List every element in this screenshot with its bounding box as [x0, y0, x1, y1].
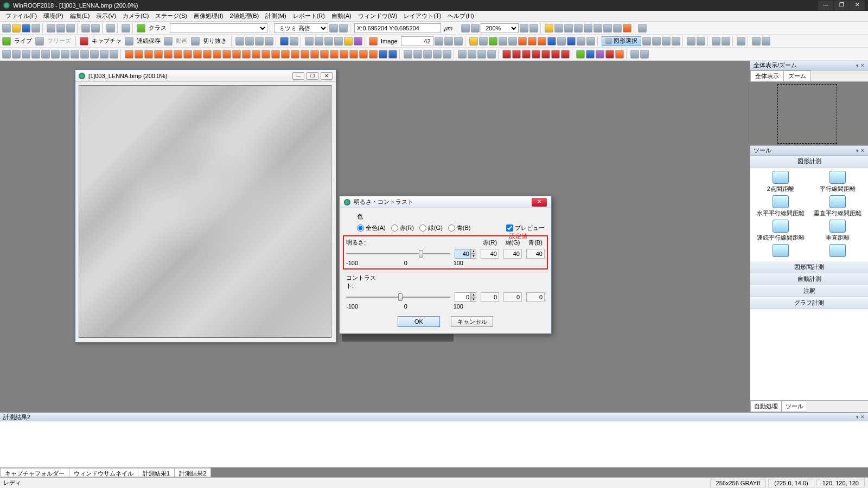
menu-help[interactable]: ヘルプ(H)	[444, 11, 477, 21]
tool-head-graph[interactable]: グラフ計測	[750, 297, 868, 309]
magnify-icon[interactable]	[554, 24, 563, 33]
live-icon[interactable]	[2, 37, 11, 46]
tool-icon[interactable]	[154, 50, 163, 59]
crop-label[interactable]: 切り抜き	[201, 37, 229, 45]
coord-field[interactable]	[354, 23, 441, 33]
tool-icon[interactable]	[584, 24, 592, 33]
dialog-caption[interactable]: 明るさ・コントラスト ✕	[340, 196, 551, 208]
tool-icon[interactable]	[652, 37, 661, 46]
tool-icon[interactable]	[640, 50, 649, 59]
contrast-value[interactable]: ▲▼	[455, 292, 476, 302]
tool-icon[interactable]	[642, 37, 651, 46]
freeze-label[interactable]: フリーズ	[45, 37, 73, 45]
capture-label[interactable]: キャプチャ	[90, 37, 124, 45]
crop-icon[interactable]	[191, 37, 200, 46]
tool-vparallel[interactable]: 垂直平行線間距離	[810, 195, 866, 217]
tool-icon[interactable]	[477, 50, 486, 59]
brightness-b[interactable]	[526, 249, 545, 259]
tool-icon[interactable]	[762, 37, 770, 46]
tool-icon[interactable]	[596, 50, 604, 59]
img-close-button[interactable]: ✕	[321, 72, 333, 80]
tool-icon[interactable]	[508, 37, 517, 46]
image-window-caption[interactable]: [1]003_LENNA.bmp (200.0%) — ❐ ✕	[75, 70, 336, 82]
hand-icon[interactable]	[545, 24, 553, 33]
tool-icon[interactable]	[330, 50, 339, 59]
tool-icon[interactable]	[183, 50, 192, 59]
tool-icon[interactable]	[737, 37, 745, 46]
contsave-icon[interactable]	[125, 37, 133, 46]
contsave-label[interactable]: 連続保存	[135, 37, 163, 45]
tool-icon[interactable]	[213, 50, 221, 59]
tool-head-annot[interactable]: 注釈	[750, 285, 868, 297]
tool-icon[interactable]	[222, 50, 231, 59]
tool-contparallel[interactable]: 連続平行線間距離	[752, 220, 809, 242]
tool-icon[interactable]	[586, 50, 595, 59]
tool-icon[interactable]	[232, 50, 241, 59]
image-number[interactable]	[401, 36, 433, 46]
tool-icon[interactable]	[354, 37, 362, 46]
tool-icon[interactable]	[454, 37, 463, 46]
tool-icon[interactable]	[51, 50, 60, 59]
tool-icon[interactable]	[31, 24, 40, 33]
contrast-b[interactable]	[526, 292, 545, 302]
tool-icon[interactable]	[61, 50, 69, 59]
tool-hparallel[interactable]: 水平平行線間距離	[752, 195, 809, 217]
bottab-auto[interactable]: 自動処理	[750, 401, 782, 412]
tool-icon[interactable]	[630, 50, 639, 59]
tool-icon[interactable]	[100, 50, 108, 59]
tool-icon[interactable]	[344, 37, 353, 46]
tool-icon[interactable]	[261, 50, 270, 59]
tool-icon[interactable]	[369, 50, 378, 59]
tool-icon[interactable]	[369, 37, 378, 46]
tool-icon[interactable]	[458, 50, 467, 59]
open-icon[interactable]	[12, 24, 21, 33]
btab-result2[interactable]: 計測結果2	[174, 468, 211, 477]
radio-all[interactable]: 全色(A)	[357, 224, 386, 232]
tool-icon[interactable]	[235, 37, 244, 46]
tool-head-shape[interactable]: 図形計測	[750, 156, 868, 168]
tool-icon[interactable]	[91, 24, 100, 33]
brightness-r[interactable]	[481, 249, 499, 259]
tool-icon[interactable]	[203, 50, 212, 59]
btab-thumb[interactable]: ウィンドウサムネイル	[69, 468, 138, 477]
pin-icon[interactable]: ▾ ✕	[856, 414, 865, 420]
tool-icon[interactable]	[469, 37, 478, 46]
mitsumi-select[interactable]: ミツミ 高倍	[274, 23, 328, 33]
tool-icon[interactable]	[71, 50, 79, 59]
tool-icon[interactable]	[349, 50, 358, 59]
menu-env[interactable]: 環境(P)	[40, 11, 67, 21]
zoom-icon[interactable]	[471, 24, 480, 33]
tool-icon[interactable]	[125, 50, 133, 59]
tool-icon[interactable]	[252, 50, 260, 59]
tool-icon[interactable]	[310, 50, 319, 59]
menu-measure[interactable]: 計測(M)	[262, 11, 290, 21]
tool-icon[interactable]	[47, 24, 55, 33]
radio-blue[interactable]: 青(B)	[448, 224, 471, 232]
tool-icon[interactable]	[547, 37, 556, 46]
zoom-select[interactable]: 200%	[481, 23, 519, 33]
tool-extra[interactable]	[752, 244, 809, 258]
menu-view[interactable]: 表示(V)	[93, 11, 119, 21]
tool-icon[interactable]	[144, 50, 153, 59]
tool-icon[interactable]	[56, 24, 65, 33]
tool-icon[interactable]	[80, 50, 89, 59]
tool-icon[interactable]	[379, 50, 387, 59]
tool-vdist[interactable]: 垂直距離	[810, 220, 866, 242]
tool-icon[interactable]	[423, 50, 432, 59]
tool-icon[interactable]	[603, 24, 612, 33]
tool-icon[interactable]	[280, 37, 289, 46]
menu-edit[interactable]: 編集(E)	[67, 11, 93, 21]
minimize-button[interactable]: —	[818, 1, 833, 10]
tool-icon[interactable]	[290, 37, 298, 46]
new-icon[interactable]	[2, 24, 11, 33]
brightness-slider[interactable]	[346, 249, 450, 258]
tool-icon[interactable]	[605, 50, 614, 59]
tool-icon[interactable]	[339, 24, 348, 33]
menu-file[interactable]: ファイル(F)	[2, 11, 40, 21]
contrast-slider[interactable]	[346, 293, 450, 301]
tool-extra[interactable]	[810, 244, 866, 258]
tool-head-between[interactable]: 図形間計測	[750, 261, 868, 273]
tool-icon[interactable]	[532, 50, 540, 59]
menu-layout[interactable]: レイアウト(T)	[400, 11, 444, 21]
tool-icon[interactable]	[479, 37, 488, 46]
